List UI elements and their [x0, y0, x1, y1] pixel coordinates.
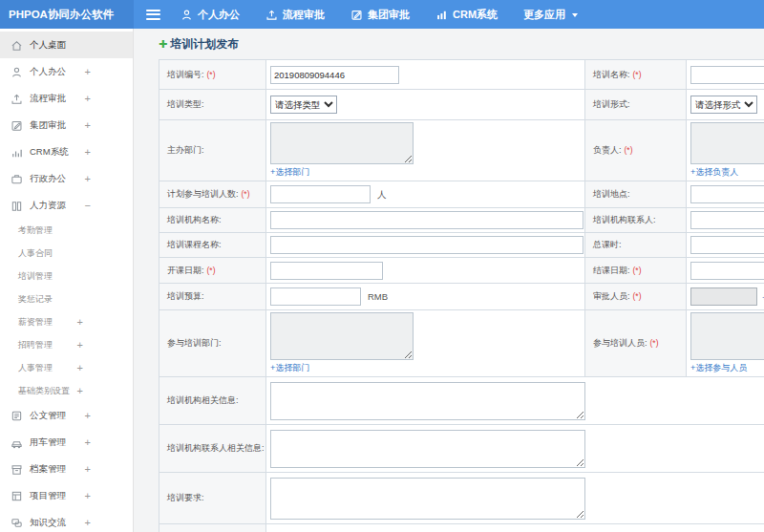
- field-label: 负责人:: [593, 145, 622, 155]
- sidebar-item-document-management[interactable]: 公文管理 +: [0, 402, 133, 429]
- sidebar-item-archive-management[interactable]: 档案管理 +: [0, 456, 133, 482]
- leader-textarea[interactable]: [690, 122, 764, 164]
- page-title-text: 培训计划发布: [170, 36, 239, 53]
- expand-toggle[interactable]: +: [85, 93, 91, 104]
- sidebar-subitem-attendance[interactable]: 考勤管理: [0, 219, 133, 242]
- sidebar-item-workflow-approval[interactable]: 流程审批 +: [0, 85, 133, 112]
- sidebar-subitem-personnel[interactable]: 人事管理 +: [0, 356, 133, 379]
- edit-square-icon: [11, 119, 23, 132]
- select-department-link[interactable]: +选择部门: [270, 362, 309, 374]
- sidebar-item-admin-office[interactable]: 行政办公 +: [0, 165, 133, 192]
- field-label: 培训机构联系人:: [593, 215, 656, 224]
- table-row: 计划参与培训人数:(*) 人 培训地点:: [159, 181, 764, 208]
- sidebar-item-label: 项目管理: [30, 490, 66, 502]
- sidebar-subitem-recruitment[interactable]: 招聘管理 +: [0, 333, 133, 356]
- expand-toggle[interactable]: +: [77, 339, 83, 351]
- training-requirements-textarea[interactable]: [270, 478, 585, 520]
- sidebar-item-vehicle-management[interactable]: 用车管理 +: [0, 429, 133, 456]
- sidebar-item-label: 招聘管理: [18, 339, 53, 351]
- training-number-input[interactable]: [270, 66, 399, 84]
- approver-input[interactable]: [690, 287, 757, 306]
- planned-participants-input[interactable]: [270, 185, 371, 203]
- main-content: ✚ 培训计划发布 培训编号:(*) 培训名称:(*) 培训类型: 请选择类型 培…: [159, 36, 764, 532]
- required-marker: (*): [633, 70, 642, 79]
- expand-toggle[interactable]: −: [85, 200, 91, 211]
- select-leader-link[interactable]: +选择负责人: [690, 166, 738, 179]
- nav-label: CRM系统: [453, 8, 498, 22]
- sidebar-subitem-reward-punishment[interactable]: 奖惩记录: [0, 287, 133, 310]
- sidebar-subitem-training-management[interactable]: 培训管理: [0, 265, 133, 287]
- total-hours-input[interactable]: [690, 236, 764, 254]
- org-name-input[interactable]: [270, 211, 584, 229]
- expand-toggle[interactable]: +: [77, 385, 83, 396]
- expand-toggle[interactable]: +: [85, 517, 91, 528]
- sidebar-item-label: 奖惩记录: [18, 293, 53, 306]
- participants-textarea[interactable]: [690, 312, 764, 360]
- nav-workflow-approval[interactable]: 流程审批: [265, 8, 325, 22]
- course-name-input[interactable]: [270, 236, 584, 254]
- top-bar: PHPOA协同办公软件 个人办公 流程审批 集团审批 CRM系统 更多应用: [0, 0, 764, 29]
- document-icon: [11, 410, 23, 422]
- training-form-select[interactable]: 请选择形式: [690, 96, 757, 114]
- sidebar-item-label: 个人桌面: [30, 39, 66, 52]
- nav-group-approval[interactable]: 集团审批: [350, 8, 410, 22]
- sidebar-subitem-hr-contract[interactable]: 人事合同: [0, 242, 133, 265]
- field-label: 培训机构相关信息:: [167, 395, 239, 405]
- workflow-upload-icon: [265, 9, 278, 21]
- field-label: 培训编号:: [167, 70, 204, 79]
- field-label: 主办部门:: [167, 145, 204, 155]
- expand-toggle[interactable]: +: [85, 146, 91, 158]
- sidebar-item-knowledge-exchange[interactable]: 知识交流 +: [0, 509, 133, 532]
- nav-label: 流程审批: [283, 8, 325, 22]
- sidebar-item-crm-system[interactable]: CRM系统 +: [0, 138, 133, 165]
- sidebar-item-human-resources[interactable]: 人力资源 −: [0, 192, 133, 219]
- nav-personal-office[interactable]: 个人办公: [180, 8, 240, 22]
- nav-more-apps[interactable]: 更多应用: [523, 8, 578, 22]
- sidebar: 个人桌面 个人办公 + 流程审批 + 集团审批 + CRM系统 + 行政办公 +…: [0, 29, 134, 532]
- sidebar-subitem-salary[interactable]: 薪资管理 +: [0, 310, 133, 333]
- training-type-select[interactable]: 请选择类型: [270, 96, 337, 114]
- training-location-input[interactable]: [690, 185, 764, 203]
- org-info-textarea[interactable]: [270, 382, 585, 420]
- sidebar-item-label: 知识交流: [30, 517, 66, 529]
- training-name-input[interactable]: [690, 66, 764, 84]
- add-icon: ✚: [159, 38, 167, 51]
- required-marker: (*): [242, 189, 250, 199]
- sidebar-item-label: 流程审批: [30, 93, 66, 105]
- expand-toggle[interactable]: +: [85, 436, 91, 448]
- org-contact-input[interactable]: [690, 211, 764, 229]
- expand-toggle[interactable]: +: [77, 362, 83, 373]
- participating-departments-textarea[interactable]: [270, 312, 414, 360]
- field-label: 培训预算:: [167, 291, 204, 301]
- sidebar-item-project-management[interactable]: 项目管理 +: [0, 482, 133, 509]
- expand-toggle[interactable]: +: [85, 66, 91, 77]
- start-date-input[interactable]: [270, 262, 383, 280]
- chat-icon: [11, 517, 23, 529]
- expand-toggle[interactable]: +: [85, 173, 91, 184]
- menu-toggle-icon[interactable]: [146, 10, 160, 20]
- sidebar-item-personal-office[interactable]: 个人办公 +: [0, 58, 133, 85]
- field-label: 培训地点:: [593, 189, 630, 199]
- select-department-link[interactable]: +选择部门: [270, 166, 309, 179]
- nav-label: 更多应用: [523, 8, 565, 22]
- end-date-input[interactable]: [690, 262, 764, 280]
- sidebar-subitem-base-category-settings[interactable]: 基础类别设置 +: [0, 379, 133, 402]
- expand-toggle[interactable]: +: [85, 490, 91, 501]
- expand-toggle[interactable]: +: [85, 410, 91, 421]
- host-department-textarea[interactable]: [270, 122, 414, 164]
- sidebar-item-label: 档案管理: [30, 463, 66, 476]
- field-label: 培训课程名称:: [167, 240, 222, 249]
- nav-crm-system[interactable]: CRM系统: [435, 8, 498, 22]
- sidebar-item-group-approval[interactable]: 集团审批 +: [0, 112, 133, 138]
- expand-toggle[interactable]: +: [85, 119, 91, 131]
- org-contact-info-textarea[interactable]: [270, 430, 585, 468]
- select-participants-link[interactable]: +选择参与人员: [690, 362, 747, 374]
- table-row: 培训编号:(*) 培训名称:(*): [159, 60, 764, 90]
- budget-input[interactable]: [270, 287, 361, 306]
- expand-toggle[interactable]: +: [85, 463, 91, 475]
- expand-toggle[interactable]: +: [77, 316, 83, 328]
- sidebar-item-label: 培训管理: [18, 270, 53, 283]
- currency-rmb: RMB: [368, 291, 388, 302]
- sidebar-item-personal-desktop[interactable]: 个人桌面: [0, 32, 133, 58]
- field-label: 培训类型:: [167, 99, 204, 109]
